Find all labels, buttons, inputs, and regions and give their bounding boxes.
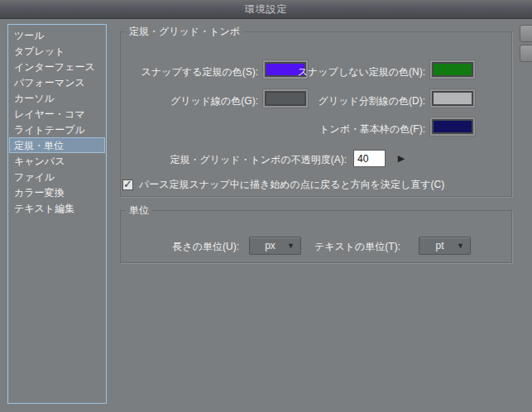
chevron-down-icon: ▼ [457, 242, 470, 250]
perspective-snap-checkbox[interactable]: ✓ [122, 180, 133, 190]
sidebar-item-text-edit[interactable]: テキスト編集 [9, 200, 105, 216]
nosnap-ruler-color-label: スナップしない定規の色(N): [286, 65, 425, 79]
trim-frame-color-swatch[interactable] [430, 117, 475, 136]
trim-frame-color-label: トンボ・基本枠の色(F): [286, 122, 425, 137]
ruler-grid-trim-group-title: 定規・グリッド・トンボ [126, 25, 243, 39]
opacity-label: 定規・グリッド・トンボの不透明度(A): [121, 153, 347, 167]
perspective-snap-checkbox-row: ✓ パース定規スナップ中に描き始めの点に戻ると方向を決定し直す(C) [122, 178, 444, 192]
sidebar-item-tablet[interactable]: タブレット [9, 43, 105, 59]
sidebar-item-layer-frame[interactable]: レイヤー・コマ [9, 106, 105, 122]
sidebar-item-light-table[interactable]: ライトテーブル [9, 122, 105, 137]
sidebar-item-tool[interactable]: ツール [9, 27, 105, 43]
grid-division-color-label: グリッド分割線の色(D): [286, 94, 425, 108]
sidebar-item-performance[interactable]: パフォーマンス [9, 74, 105, 90]
perspective-snap-checkbox-label: パース定規スナップ中に描き始めの点に戻ると方向を決定し直す(C) [139, 178, 444, 192]
grid-division-color-fill [432, 91, 473, 106]
cancel-button-clipped[interactable] [520, 45, 532, 62]
title-bar[interactable]: 環境設定 [0, 0, 532, 19]
sidebar-item-ruler-unit[interactable]: 定規・単位 [9, 137, 105, 153]
sidebar-item-color-conversion[interactable]: カラー変換 [9, 184, 105, 200]
ok-button-clipped[interactable] [520, 25, 532, 42]
grid-line-color-label: グリッド線の色(G): [121, 94, 258, 108]
opacity-slider-popup-button[interactable]: ▶ [396, 152, 406, 164]
grid-division-color-swatch[interactable] [430, 89, 475, 108]
snap-ruler-color-label: スナップする定規の色(S): [121, 65, 258, 79]
ruler-grid-trim-group: 定規・グリッド・トンボ スナップする定規の色(S): スナップしない定規の色(N… [120, 25, 512, 197]
opacity-input[interactable] [353, 150, 386, 167]
trim-frame-color-fill [432, 119, 473, 134]
text-unit-value: pt [419, 240, 457, 252]
dialog-title: 環境設定 [245, 2, 288, 17]
unit-group: 単位 長さの単位(U): px ▼ テキストの単位(T): pt ▼ [120, 204, 512, 263]
text-unit-label: テキストの単位(T): [282, 240, 400, 254]
nosnap-ruler-color-swatch[interactable] [430, 60, 475, 79]
length-unit-label: 長さの単位(U): [121, 240, 239, 254]
category-list: ツール タブレット インターフェース パフォーマンス カーソル レイヤー・コマ … [7, 24, 107, 404]
check-icon: ✓ [123, 179, 132, 189]
text-unit-dropdown[interactable]: pt ▼ [419, 237, 471, 255]
right-triangle-icon: ▶ [398, 153, 405, 163]
sidebar-item-interface[interactable]: インターフェース [9, 59, 105, 74]
unit-group-title: 単位 [126, 204, 152, 218]
sidebar-item-file[interactable]: ファイル [9, 169, 105, 184]
nosnap-ruler-color-fill [432, 62, 473, 77]
sidebar-item-canvas[interactable]: キャンバス [9, 153, 105, 169]
preferences-dialog: 環境設定 ツール タブレット インターフェース パフォーマンス カーソル レイヤ… [0, 0, 532, 412]
sidebar-item-cursor[interactable]: カーソル [9, 90, 105, 106]
